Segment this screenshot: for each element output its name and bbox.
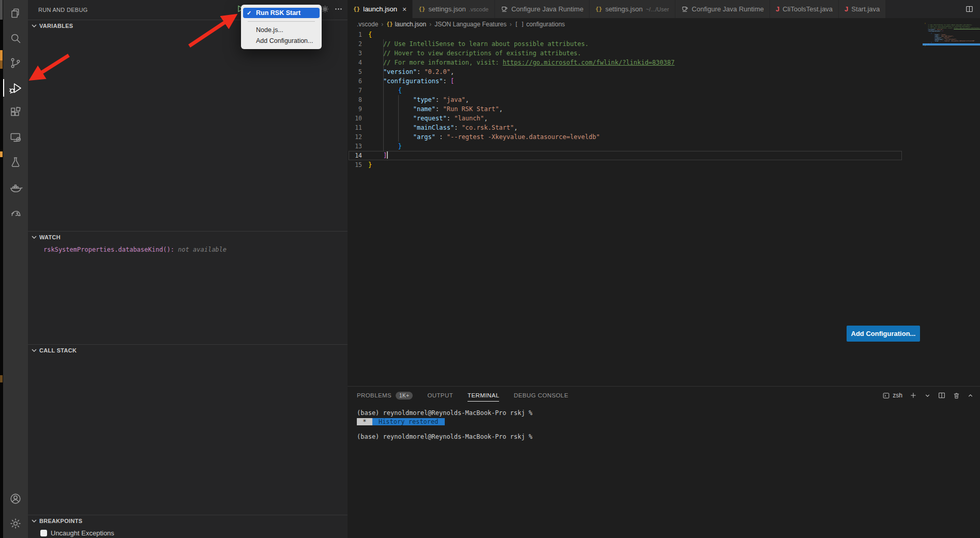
code-line[interactable]: 2 // Use IntelliSense to learn about pos…	[348, 39, 980, 49]
panel-tab-terminal[interactable]: TERMINAL	[468, 387, 499, 404]
breakpoints-section-header[interactable]: BREAKPOINTS	[28, 515, 348, 527]
code-text: "request": "launch",	[368, 114, 488, 123]
code-segment: :	[417, 68, 424, 75]
editor-tab-bar: {}launch.json×{}settings.json.vscodeConf…	[348, 0, 980, 18]
tab-start-java[interactable]: JStart.java	[839, 0, 886, 18]
call-stack-section-header[interactable]: CALL STACK	[28, 344, 348, 356]
activity-item-run-and-debug[interactable]	[3, 75, 28, 100]
code-segment: "--regtest -Xkeyvalue.datasource=leveldb…	[447, 133, 600, 141]
terminal-line: (base) reynoldmorel@Reynolds-MacBook-Pro…	[357, 409, 980, 418]
watch-value: not available	[178, 246, 227, 253]
panel-tab-debug-console[interactable]: DEBUG CONSOLE	[514, 387, 568, 404]
activity-item-remote-explorer[interactable]	[3, 125, 28, 150]
breadcrumb-item[interactable]: [ ]configurations	[515, 21, 565, 28]
code-text: "configurations": [	[368, 76, 454, 86]
code-line[interactable]: 1{	[348, 30, 980, 39]
shell-label: zsh	[893, 392, 902, 399]
tab-settings-json[interactable]: {}settings.json.vscode	[413, 0, 494, 18]
add-configuration-button[interactable]: Add Configuration...	[847, 326, 920, 342]
run-debug-sidebar: RUN AND DEBUG VARIABLES WATCH rskSystemP…	[28, 0, 348, 538]
tab-launch-json[interactable]: {}launch.json×	[348, 0, 413, 18]
uncaught-exceptions-checkbox[interactable]	[40, 530, 47, 536]
tab-settings-json[interactable]: {}settings.json~/.../User	[590, 0, 675, 18]
activity-item-gradle[interactable]	[3, 199, 28, 224]
line-number: 15	[348, 160, 362, 170]
java-cup-icon	[681, 5, 689, 14]
line-number: 7	[348, 86, 362, 95]
debug-settings-gear-icon[interactable]	[321, 5, 329, 16]
menu-item-label: Node.js...	[256, 26, 283, 34]
menu-item-add-configuration-[interactable]: Add Configuration...	[243, 36, 320, 46]
code-line[interactable]: 11 "mainClass": "co.rsk.Start",	[348, 123, 980, 132]
terminal-shell-selector[interactable]: zsh	[882, 392, 902, 399]
panel-tab-output[interactable]: OUTPUT	[427, 387, 453, 404]
text-cursor	[387, 151, 388, 159]
breadcrumb-item[interactable]: .vscode	[357, 21, 378, 28]
code-segment: ,	[450, 68, 454, 75]
panel-tab-problems[interactable]: PROBLEMS1K+	[357, 387, 413, 404]
more-actions-icon[interactable]	[334, 5, 343, 16]
kill-terminal-trash-icon[interactable]	[953, 392, 960, 399]
code-line[interactable]: 4 // For more information, visit: https:…	[348, 58, 980, 67]
activity-item-explorer[interactable]	[3, 1, 28, 26]
code-line[interactable]: 10 "request": "launch",	[348, 114, 980, 123]
code-segment: ,	[514, 124, 518, 131]
code-text: // Hover to view descriptions of existin…	[368, 49, 581, 58]
activity-item-docker[interactable]	[3, 175, 28, 199]
launch-profile-chevron-icon[interactable]	[924, 392, 931, 399]
tab-configure-java-runtime[interactable]: Configure Java Runtime	[675, 0, 770, 18]
code-text: // For more information, visit: https://…	[368, 58, 674, 67]
activity-item-search[interactable]	[3, 26, 28, 51]
menu-item-run-rsk-start[interactable]: ✓Run RSK Start	[243, 8, 320, 18]
code-line[interactable]: 8 "type": "java",	[348, 95, 980, 104]
watch-section-header[interactable]: WATCH	[28, 231, 348, 243]
maximize-panel-chevron-icon[interactable]	[967, 392, 974, 399]
code-segment: :	[435, 96, 443, 103]
code-line[interactable]: 9 "name": "Run RSK Start",	[348, 104, 980, 114]
code-segment: ,	[465, 96, 469, 103]
activity-item-testing[interactable]	[3, 150, 28, 175]
code-line[interactable]: 5 "version": "0.2.0",	[348, 67, 980, 76]
tab-configure-java-runtime[interactable]: Configure Java Runtime	[495, 0, 590, 18]
code-line[interactable]: 14 ]	[348, 151, 980, 160]
tab-description: ~/.../User	[646, 6, 669, 12]
breadcrumb-item[interactable]: JSON Language Features	[434, 21, 506, 28]
code-line[interactable]: 13 }	[348, 142, 980, 151]
close-icon[interactable]: ×	[402, 6, 406, 13]
split-editor-icon[interactable]	[965, 5, 974, 13]
breadcrumb-label: launch.json	[395, 21, 426, 28]
menu-separator	[248, 21, 315, 22]
new-terminal-icon[interactable]	[909, 391, 917, 399]
code-text: }	[368, 160, 372, 170]
code-line[interactable]: 15}	[348, 160, 980, 170]
code-segment: "type"	[368, 96, 435, 103]
panel-actions: zsh	[882, 387, 974, 404]
docker-icon	[9, 180, 23, 194]
code-line[interactable]: 12 "args" : "--regtest -Xkeyvalue.dataso…	[348, 132, 980, 142]
code-line[interactable]: 6 "configurations": [	[348, 76, 980, 86]
menu-item-node-js-[interactable]: Node.js...	[243, 25, 320, 35]
code-segment: "request"	[368, 115, 447, 122]
activity-item-source-control[interactable]	[3, 51, 28, 75]
code-line[interactable]: 3 // Hover to view descriptions of exist…	[348, 49, 980, 58]
minimap[interactable]: { // Use IntelliSense to learn about pos…	[925, 23, 980, 47]
code-link[interactable]: https://go.microsoft.com/fwlink/?linkid=…	[503, 59, 674, 66]
checkmark-icon: ✓	[247, 10, 253, 17]
split-terminal-icon[interactable]	[938, 391, 946, 399]
watch-expression-row[interactable]: rskSystemProperties.databaseKind(): not …	[28, 246, 348, 253]
tab-clitoolstest-java[interactable]: JCliToolsTest.java	[770, 0, 839, 18]
section-label: WATCH	[39, 234, 61, 240]
breadcrumb-item[interactable]: {}launch.json	[386, 21, 426, 28]
activity-item-manage-settings[interactable]	[3, 511, 28, 536]
code-text: "name": "Run RSK Start",	[368, 104, 503, 114]
breadcrumb-label: JSON Language Features	[434, 21, 506, 28]
code-line[interactable]: 7 {	[348, 86, 980, 95]
minimap-code: { // Use IntelliSense to learn about pos…	[925, 23, 980, 47]
source-control-icon	[9, 56, 22, 70]
watch-section: WATCH rskSystemProperties.databaseKind()…	[28, 231, 348, 344]
code-segment: "co.rsk.Start"	[462, 124, 514, 131]
code-text: "version": "0.2.0",	[368, 67, 454, 76]
activity-item-extensions[interactable]	[3, 100, 28, 125]
terminal-output[interactable]: (base) reynoldmorel@Reynolds-MacBook-Pro…	[348, 404, 980, 441]
activity-item-accounts[interactable]	[3, 486, 28, 511]
